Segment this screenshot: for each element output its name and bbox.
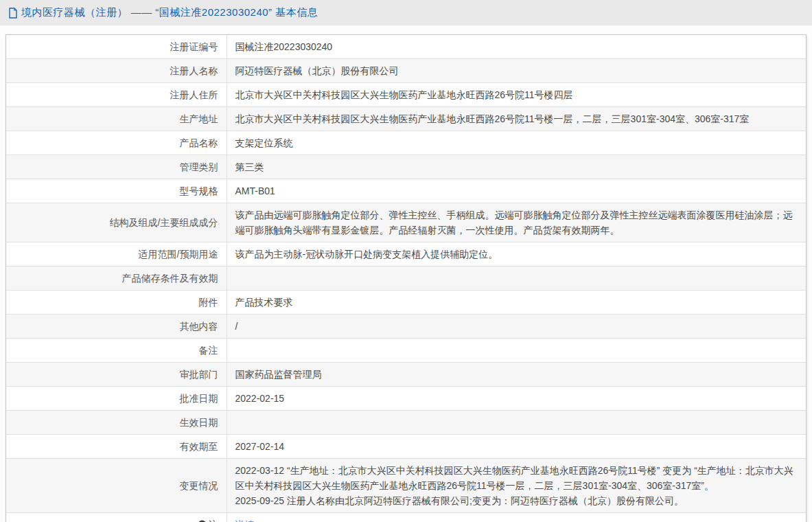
row-value: [227, 411, 806, 435]
table-row: 管理类别 第三类: [6, 155, 806, 179]
row-label-text: 批准日期: [180, 393, 218, 404]
row-value: AMT-B01: [227, 179, 806, 203]
row-value: 支架定位系统: [227, 131, 806, 155]
table-row: 备注: [6, 339, 806, 363]
row-label-text: 附件: [199, 297, 218, 308]
row-value: [227, 339, 806, 363]
row-label-text: 有效期至: [180, 441, 218, 452]
page-title: 境内医疗器械（注册） —— “国械注准20223030240” 基本信息: [21, 6, 318, 19]
row-label: 批准日期: [6, 387, 227, 411]
table-row: 生产地址 北京市大兴区中关村科技园区大兴生物医药产业基地永旺西路26号院11号楼…: [6, 107, 806, 131]
row-label: 产品储存条件及有效期: [6, 266, 227, 291]
row-label: 管理类别: [6, 155, 227, 179]
row-value: 国家药品监督管理局: [227, 363, 806, 387]
row-label-text: 注册证编号: [170, 41, 218, 52]
row-value: 北京市大兴区中关村科技园区大兴生物医药产业基地永旺西路26号院11号楼一层，二层…: [227, 107, 806, 131]
row-label: 产品名称: [6, 131, 227, 155]
row-label: 生效日期: [6, 411, 227, 435]
row-value: 2022-03-12 “生产地址：北京市大兴区中关村科技园区大兴生物医药产业基地…: [227, 459, 806, 513]
row-label-text: 适用范围/预期用途: [139, 249, 218, 260]
row-label: 注册证编号: [6, 35, 227, 59]
table-row: 产品名称 支架定位系统: [6, 131, 806, 155]
row-value: 该产品由远端可膨胀触角定位部分、弹性主控丝、手柄组成。远端可膨胀触角定位部分及弹…: [227, 203, 806, 242]
row-label-text: 生效日期: [180, 417, 218, 428]
page-header: 境内医疗器械（注册） —— “国械注准20223030240” 基本信息: [0, 0, 812, 25]
table-row: 注 详情: [6, 513, 806, 522]
table-row: 适用范围/预期用途 该产品为主动脉-冠状动脉开口处病变支架植入提供辅助定位。: [6, 242, 806, 266]
row-label-text: 注册人名称: [170, 65, 218, 76]
table-row: 注册人住所 北京市大兴区中关村科技园区大兴生物医药产业基地永旺西路26号院11号…: [6, 83, 806, 107]
table-row: 注册人名称 阿迈特医疗器械（北京）股份有限公司: [6, 59, 806, 83]
row-label-text: 注: [209, 519, 218, 522]
table-row: 批准日期 2022-02-15: [6, 387, 806, 411]
row-value: 该产品为主动脉-冠状动脉开口处病变支架植入提供辅助定位。: [227, 242, 806, 266]
row-label: 注册人名称: [6, 59, 227, 83]
row-value: [227, 266, 806, 291]
row-label: 有效期至: [6, 435, 227, 459]
row-value: 2022-02-15: [227, 387, 806, 411]
table-row: 有效期至 2027-02-14: [6, 435, 806, 459]
registration-info-table: 注册证编号 国械注准20223030240 注册人名称 阿迈特医疗器械（北京）股…: [5, 34, 807, 522]
row-value: 北京市大兴区中关村科技园区大兴生物医药产业基地永旺西路26号院11号楼四层: [227, 83, 806, 107]
table-row: 生效日期: [6, 411, 806, 435]
row-label: 适用范围/预期用途: [6, 242, 227, 266]
row-label: 审批部门: [6, 363, 227, 387]
row-label: 附件: [6, 291, 227, 315]
row-label-text: 产品名称: [180, 137, 218, 148]
row-value: 阿迈特医疗器械（北京）股份有限公司: [227, 59, 806, 83]
row-label: 结构及组成/主要组成成分: [6, 203, 227, 242]
table-row: 其他内容 /: [6, 315, 806, 339]
row-label: 注: [6, 513, 227, 522]
row-value: /: [227, 315, 806, 339]
info-table-body: 注册证编号 国械注准20223030240 注册人名称 阿迈特医疗器械（北京）股…: [6, 35, 806, 522]
row-label-text: 管理类别: [180, 161, 218, 172]
row-value: 第三类: [227, 155, 806, 179]
table-row: 产品储存条件及有效期: [6, 266, 806, 291]
row-label-text: 注册人住所: [170, 89, 218, 100]
row-label-text: 产品储存条件及有效期: [122, 273, 218, 284]
row-label: 生产地址: [6, 107, 227, 131]
row-value: 2027-02-14: [227, 435, 806, 459]
row-value: 国械注准20223030240: [227, 35, 806, 59]
row-label: 注册人住所: [6, 83, 227, 107]
table-row: 变更情况 2022-03-12 “生产地址：北京市大兴区中关村科技园区大兴生物医…: [6, 459, 806, 513]
table-row: 结构及组成/主要组成成分 该产品由远端可膨胀触角定位部分、弹性主控丝、手柄组成。…: [6, 203, 806, 242]
row-label: 备注: [6, 339, 227, 363]
row-label-text: 备注: [199, 345, 218, 356]
row-label: 变更情况: [6, 459, 227, 513]
table-row: 附件 产品技术要求: [6, 291, 806, 315]
document-icon: [8, 8, 18, 19]
table-row: 型号规格 AMT-B01: [6, 179, 806, 203]
details-link[interactable]: 详情: [235, 519, 255, 522]
row-label-text: 变更情况: [180, 480, 218, 491]
row-label-text: 生产地址: [180, 113, 218, 124]
row-label-text: 其他内容: [180, 321, 218, 332]
row-label: 其他内容: [6, 315, 227, 339]
table-row: 审批部门 国家药品监督管理局: [6, 363, 806, 387]
table-row: 注册证编号 国械注准20223030240: [6, 35, 806, 59]
row-value: 产品技术要求: [227, 291, 806, 315]
row-label-text: 审批部门: [180, 369, 218, 380]
row-value: 详情: [227, 513, 806, 522]
row-label-text: 结构及组成/主要组成成分: [110, 217, 218, 228]
row-label: 型号规格: [6, 179, 227, 203]
row-label-text: 型号规格: [180, 185, 218, 196]
